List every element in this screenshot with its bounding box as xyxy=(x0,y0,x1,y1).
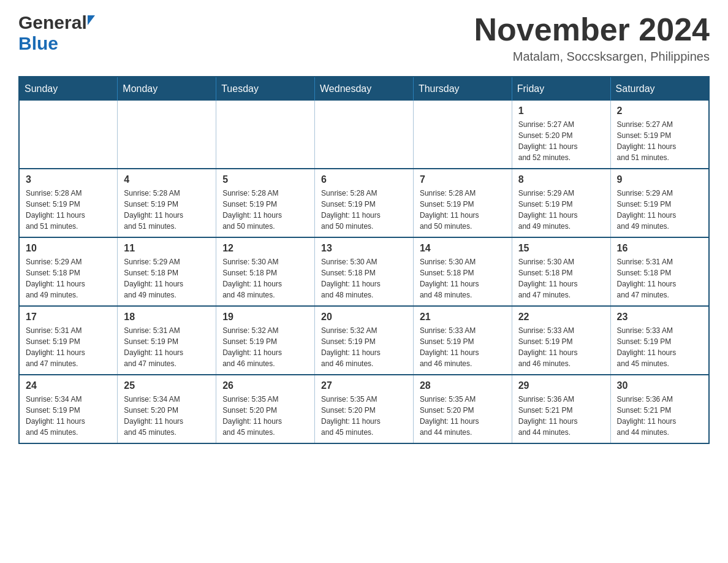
day-number: 20 xyxy=(321,312,407,323)
calendar-cell: 25Sunrise: 5:34 AMSunset: 5:20 PMDayligh… xyxy=(118,375,216,443)
calendar-cell: 4Sunrise: 5:28 AMSunset: 5:19 PMDaylight… xyxy=(118,169,216,237)
calendar-cell: 26Sunrise: 5:35 AMSunset: 5:20 PMDayligh… xyxy=(216,375,315,443)
day-info: Sunrise: 5:30 AMSunset: 5:18 PMDaylight:… xyxy=(321,256,407,301)
day-number: 26 xyxy=(222,380,308,391)
day-info: Sunrise: 5:28 AMSunset: 5:19 PMDaylight:… xyxy=(222,188,308,232)
day-info: Sunrise: 5:28 AMSunset: 5:19 PMDaylight:… xyxy=(124,188,210,232)
calendar-cell xyxy=(216,101,315,169)
calendar-row-3: 17Sunrise: 5:31 AMSunset: 5:19 PMDayligh… xyxy=(19,306,709,375)
day-info: Sunrise: 5:35 AMSunset: 5:20 PMDaylight:… xyxy=(420,394,506,438)
calendar-cell: 3Sunrise: 5:28 AMSunset: 5:19 PMDaylight… xyxy=(19,169,118,237)
logo: General Blue xyxy=(18,12,95,54)
day-info: Sunrise: 5:33 AMSunset: 5:19 PMDaylight:… xyxy=(617,325,702,369)
calendar-cell: 8Sunrise: 5:29 AMSunset: 5:19 PMDaylight… xyxy=(512,169,610,237)
calendar-cell: 27Sunrise: 5:35 AMSunset: 5:20 PMDayligh… xyxy=(315,375,414,443)
day-number: 13 xyxy=(321,243,407,254)
page-header: General Blue November 2024 Matalam, Socc… xyxy=(18,12,710,64)
day-info: Sunrise: 5:35 AMSunset: 5:20 PMDaylight:… xyxy=(222,394,308,438)
day-number: 4 xyxy=(124,174,210,185)
day-info: Sunrise: 5:30 AMSunset: 5:18 PMDaylight:… xyxy=(420,256,506,301)
day-number: 16 xyxy=(617,243,702,254)
calendar-cell: 29Sunrise: 5:36 AMSunset: 5:21 PMDayligh… xyxy=(512,375,610,443)
day-number: 19 xyxy=(222,312,308,323)
month-year-title: November 2024 xyxy=(474,12,710,47)
day-info: Sunrise: 5:29 AMSunset: 5:19 PMDaylight:… xyxy=(617,188,702,232)
day-info: Sunrise: 5:31 AMSunset: 5:19 PMDaylight:… xyxy=(26,325,111,369)
day-number: 29 xyxy=(518,380,604,391)
calendar-body: 1Sunrise: 5:27 AMSunset: 5:20 PMDaylight… xyxy=(19,101,709,443)
day-info: Sunrise: 5:29 AMSunset: 5:18 PMDaylight:… xyxy=(124,256,210,301)
day-number: 21 xyxy=(420,312,506,323)
calendar-cell: 5Sunrise: 5:28 AMSunset: 5:19 PMDaylight… xyxy=(216,169,315,237)
day-info: Sunrise: 5:33 AMSunset: 5:19 PMDaylight:… xyxy=(518,325,604,369)
day-number: 2 xyxy=(617,105,702,117)
calendar-header-saturday: Saturday xyxy=(610,77,709,101)
day-number: 12 xyxy=(222,243,308,254)
day-info: Sunrise: 5:28 AMSunset: 5:19 PMDaylight:… xyxy=(321,188,407,232)
header-row: SundayMondayTuesdayWednesdayThursdayFrid… xyxy=(19,77,709,101)
logo-flag-icon xyxy=(88,15,95,25)
day-info: Sunrise: 5:34 AMSunset: 5:19 PMDaylight:… xyxy=(26,394,111,438)
calendar-cell: 2Sunrise: 5:27 AMSunset: 5:19 PMDaylight… xyxy=(610,101,709,169)
day-number: 30 xyxy=(617,380,702,391)
calendar-row-4: 24Sunrise: 5:34 AMSunset: 5:19 PMDayligh… xyxy=(19,375,709,443)
day-info: Sunrise: 5:29 AMSunset: 5:19 PMDaylight:… xyxy=(518,188,604,232)
day-info: Sunrise: 5:35 AMSunset: 5:20 PMDaylight:… xyxy=(321,394,407,438)
calendar-cell: 13Sunrise: 5:30 AMSunset: 5:18 PMDayligh… xyxy=(315,237,414,306)
calendar-cell: 11Sunrise: 5:29 AMSunset: 5:18 PMDayligh… xyxy=(118,237,216,306)
calendar-cell: 23Sunrise: 5:33 AMSunset: 5:19 PMDayligh… xyxy=(610,306,709,375)
day-number: 3 xyxy=(26,174,111,185)
calendar-cell xyxy=(413,101,512,169)
calendar-header-thursday: Thursday xyxy=(413,77,512,101)
calendar-cell: 28Sunrise: 5:35 AMSunset: 5:20 PMDayligh… xyxy=(413,375,512,443)
day-info: Sunrise: 5:30 AMSunset: 5:18 PMDaylight:… xyxy=(222,256,308,301)
day-info: Sunrise: 5:29 AMSunset: 5:18 PMDaylight:… xyxy=(26,256,111,301)
location-subtitle: Matalam, Soccsksargen, Philippines xyxy=(474,50,710,64)
day-number: 10 xyxy=(26,243,111,254)
day-number: 6 xyxy=(321,174,407,185)
day-number: 24 xyxy=(26,380,111,391)
calendar-cell: 24Sunrise: 5:34 AMSunset: 5:19 PMDayligh… xyxy=(19,375,118,443)
day-number: 17 xyxy=(26,312,111,323)
calendar-table: SundayMondayTuesdayWednesdayThursdayFrid… xyxy=(18,76,710,444)
calendar-cell: 6Sunrise: 5:28 AMSunset: 5:19 PMDaylight… xyxy=(315,169,414,237)
day-number: 18 xyxy=(124,312,210,323)
calendar-header-monday: Monday xyxy=(118,77,216,101)
logo-blue-text: Blue xyxy=(18,33,58,53)
calendar-cell: 9Sunrise: 5:29 AMSunset: 5:19 PMDaylight… xyxy=(610,169,709,237)
day-info: Sunrise: 5:31 AMSunset: 5:18 PMDaylight:… xyxy=(617,256,702,301)
calendar-cell: 21Sunrise: 5:33 AMSunset: 5:19 PMDayligh… xyxy=(413,306,512,375)
day-info: Sunrise: 5:32 AMSunset: 5:19 PMDaylight:… xyxy=(321,325,407,369)
calendar-cell: 14Sunrise: 5:30 AMSunset: 5:18 PMDayligh… xyxy=(413,237,512,306)
day-info: Sunrise: 5:28 AMSunset: 5:19 PMDaylight:… xyxy=(26,188,111,232)
calendar-header-wednesday: Wednesday xyxy=(315,77,414,101)
day-info: Sunrise: 5:31 AMSunset: 5:19 PMDaylight:… xyxy=(124,325,210,369)
day-info: Sunrise: 5:36 AMSunset: 5:21 PMDaylight:… xyxy=(518,394,604,438)
day-info: Sunrise: 5:36 AMSunset: 5:21 PMDaylight:… xyxy=(617,394,702,438)
calendar-cell: 30Sunrise: 5:36 AMSunset: 5:21 PMDayligh… xyxy=(610,375,709,443)
calendar-cell: 15Sunrise: 5:30 AMSunset: 5:18 PMDayligh… xyxy=(512,237,610,306)
calendar-cell: 22Sunrise: 5:33 AMSunset: 5:19 PMDayligh… xyxy=(512,306,610,375)
calendar-cell xyxy=(315,101,414,169)
day-info: Sunrise: 5:32 AMSunset: 5:19 PMDaylight:… xyxy=(222,325,308,369)
calendar-header: SundayMondayTuesdayWednesdayThursdayFrid… xyxy=(19,77,709,101)
calendar-header-tuesday: Tuesday xyxy=(216,77,315,101)
calendar-row-1: 3Sunrise: 5:28 AMSunset: 5:19 PMDaylight… xyxy=(19,169,709,237)
day-number: 27 xyxy=(321,380,407,391)
day-info: Sunrise: 5:34 AMSunset: 5:20 PMDaylight:… xyxy=(124,394,210,438)
day-info: Sunrise: 5:33 AMSunset: 5:19 PMDaylight:… xyxy=(420,325,506,369)
day-info: Sunrise: 5:27 AMSunset: 5:20 PMDaylight:… xyxy=(518,119,604,163)
calendar-cell: 12Sunrise: 5:30 AMSunset: 5:18 PMDayligh… xyxy=(216,237,315,306)
day-number: 5 xyxy=(222,174,308,185)
day-info: Sunrise: 5:28 AMSunset: 5:19 PMDaylight:… xyxy=(420,188,506,232)
calendar-cell: 7Sunrise: 5:28 AMSunset: 5:19 PMDaylight… xyxy=(413,169,512,237)
calendar-cell: 16Sunrise: 5:31 AMSunset: 5:18 PMDayligh… xyxy=(610,237,709,306)
title-section: November 2024 Matalam, Soccsksargen, Phi… xyxy=(474,12,710,64)
day-number: 1 xyxy=(518,105,604,117)
calendar-cell: 10Sunrise: 5:29 AMSunset: 5:18 PMDayligh… xyxy=(19,237,118,306)
calendar-header-sunday: Sunday xyxy=(19,77,118,101)
day-number: 7 xyxy=(420,174,506,185)
calendar-cell: 17Sunrise: 5:31 AMSunset: 5:19 PMDayligh… xyxy=(19,306,118,375)
calendar-cell: 18Sunrise: 5:31 AMSunset: 5:19 PMDayligh… xyxy=(118,306,216,375)
day-number: 23 xyxy=(617,312,702,323)
